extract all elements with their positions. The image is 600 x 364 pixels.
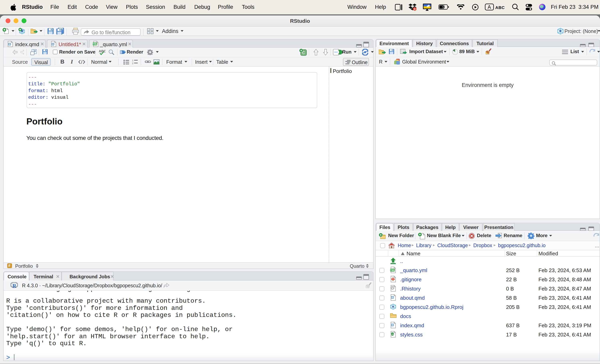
svg-text:ABC: ABC bbox=[99, 49, 105, 53]
svg-text:2: 2 bbox=[132, 62, 133, 65]
svg-text:YML: YML bbox=[93, 43, 97, 45]
svg-text:R: R bbox=[12, 283, 16, 289]
svg-text:1: 1 bbox=[132, 59, 133, 62]
svg-text:R: R bbox=[559, 29, 562, 33]
svg-text:A: A bbox=[488, 4, 491, 10]
svg-text:CSS: CSS bbox=[391, 333, 394, 335]
svg-text:R: R bbox=[392, 305, 394, 308]
svg-text:YML: YML bbox=[390, 269, 395, 271]
svg-text:ABC: ABC bbox=[495, 5, 505, 10]
svg-text:1: 1 bbox=[414, 7, 415, 10]
